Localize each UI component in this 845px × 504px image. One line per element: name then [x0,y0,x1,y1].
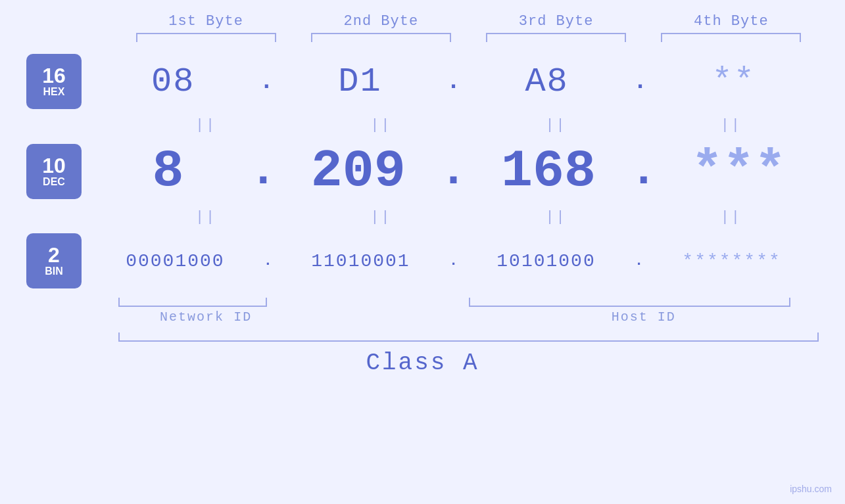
dec-dot2: . [439,145,467,197]
dec-badge: 10 DEC [26,144,82,199]
host-bottom-bracket [469,298,791,307]
eq2-cell4: || [644,209,819,225]
hex-byte3: A8 [525,62,568,101]
hex-dot1: . [260,68,274,95]
spacer-bracket-wrapper [293,298,468,307]
byte-header-1: 1st Byte [118,13,293,30]
bin-values: 00001000 . 11010001 . 10101000 . *******… [88,251,819,271]
eq2-sym4: || [721,209,742,225]
hex-byte1: 08 [151,62,195,101]
dec-dot3: . [630,145,658,197]
dec-badge-label: DEC [43,176,65,188]
byte-header-4: 4th Byte [644,13,819,30]
top-bracket-4 [661,33,801,42]
top-bracket-2 [311,33,451,42]
bracket-cell-3 [469,33,644,42]
hex-row: 16 HEX 08 . D1 . A8 . ** [26,49,819,114]
dec-byte4-cell: *** [659,141,819,201]
hex-badge-label: HEX [43,86,65,98]
bin-badge: 2 BIN [26,233,82,288]
dec-badge-number: 10 [42,155,66,176]
bin-byte2-cell: 11010001 [274,251,448,271]
equals-row-2: || || || || [26,206,819,228]
eq1-sym3: || [545,117,566,133]
network-id-label: Network ID [160,309,252,325]
class-label: Class A [366,350,479,377]
bin-byte1: 00001000 [126,251,224,271]
full-bottom-bracket [118,332,819,342]
eq1-sym1: || [195,117,216,133]
bin-byte2: 11010001 [311,251,410,271]
bin-badge-number: 2 [48,244,60,265]
bracket-cell-4 [644,33,819,42]
bin-byte3-cell: 10101000 [459,251,633,271]
eq1-cell1: || [118,117,293,133]
hex-values: 08 . D1 . A8 . ** [88,62,819,101]
dec-dot1: . [249,145,277,197]
bin-byte4-cell: ******** [644,251,819,271]
eq1-cell4: || [644,117,819,133]
bin-dot2: . [449,253,458,269]
top-brackets [26,33,819,42]
eq1-sym4: || [721,117,742,133]
bracket-cell-2 [293,33,468,42]
hex-byte2-cell: D1 [275,62,445,101]
bin-badge-label: BIN [45,265,63,277]
network-id-wrapper: Network ID [118,309,293,325]
bin-byte1-cell: 00001000 [88,251,262,271]
eq1-sym2: || [370,117,391,133]
dec-row: 10 DEC 8 . 209 . 168 . *** [26,136,819,206]
eq2-sym1: || [195,209,216,225]
network-bracket-wrapper [118,298,293,307]
dec-byte4: *** [691,141,786,201]
eq2-cell1: || [118,209,293,225]
host-id-label: Host ID [612,309,676,325]
hex-badge: 16 HEX [26,54,82,109]
host-bracket-wrapper [469,298,819,307]
class-label-wrapper: Class A [26,350,819,377]
eq1-cell2: || [293,117,468,133]
dec-byte3: 168 [501,141,596,201]
hex-dot3: . [633,68,648,95]
bin-byte3: 10101000 [496,251,595,271]
spacer-label [293,309,468,325]
eq1-cell3: || [469,117,644,133]
byte-header-3: 3rd Byte [469,13,644,30]
eq2-cell2: || [293,209,468,225]
hex-byte4-cell: ** [648,62,819,101]
hex-badge-number: 16 [42,65,66,86]
hex-byte3-cell: A8 [462,62,632,101]
bottom-bracket-row [26,298,819,307]
equals-row-1: || || || || [26,114,819,136]
id-labels-row: Network ID Host ID [26,309,819,325]
eq2-sym3: || [545,209,566,225]
bracket-cell-1 [118,33,293,42]
eq2-cell3: || [469,209,644,225]
hex-byte4: ** [712,62,756,101]
bin-dot3: . [635,253,643,269]
bin-row: 2 BIN 00001000 . 11010001 . 10101000 . *… [26,228,819,294]
host-id-wrapper: Host ID [469,309,819,325]
main-container: 1st Byte 2nd Byte 3rd Byte 4th Byte 16 H… [0,0,845,504]
dec-byte2: 209 [311,141,406,201]
bin-dot1: . [264,253,272,269]
network-bottom-bracket [118,298,267,307]
hex-byte2: D1 [338,62,381,101]
bin-byte4: ******** [682,251,781,271]
dec-byte2-cell: 209 [278,141,438,201]
dec-values: 8 . 209 . 168 . *** [88,141,819,201]
dec-byte1: 8 [153,141,184,201]
dec-byte1-cell: 8 [88,141,248,201]
byte-header-2: 2nd Byte [293,13,468,30]
watermark: ipshu.com [790,484,832,494]
byte-headers: 1st Byte 2nd Byte 3rd Byte 4th Byte [26,13,819,30]
top-bracket-1 [136,33,276,42]
eq2-sym2: || [370,209,391,225]
hex-dot2: . [447,68,461,95]
dec-byte3-cell: 168 [469,141,629,201]
spacer-bracket [293,298,320,307]
top-bracket-3 [486,33,626,42]
hex-byte1-cell: 08 [88,62,258,101]
